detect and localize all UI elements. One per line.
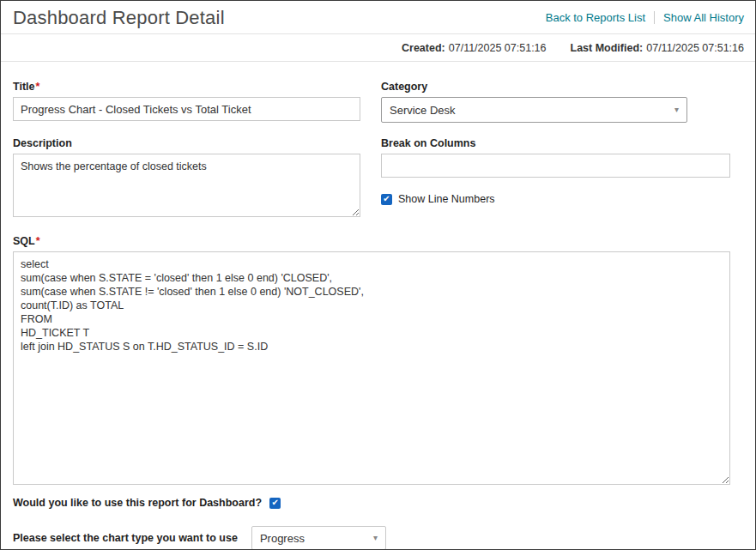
chevron-down-icon: ▾	[674, 106, 679, 114]
sql-label: SQL*	[13, 235, 730, 247]
last-modified-meta: Last Modified:07/11/2025 07:51:16	[571, 42, 744, 54]
title-input[interactable]	[13, 97, 360, 121]
show-line-numbers-checkbox[interactable]: ✔	[381, 194, 392, 205]
back-to-reports-link[interactable]: Back to Reports List	[546, 11, 645, 24]
created-meta: Created:07/11/2025 07:51:16	[402, 42, 546, 54]
check-icon: ✔	[271, 499, 278, 507]
last-modified-label: Last Modified:	[571, 42, 644, 54]
break-on-columns-input[interactable]	[381, 154, 730, 178]
chart-type-select[interactable]: Progress ▾	[251, 526, 386, 550]
category-selected-value: Service Desk	[390, 104, 456, 117]
dashboard-question-label: Would you like to use this report for Da…	[13, 497, 262, 509]
report-form: Title* Category Service Desk ▾ Descripti…	[1, 62, 755, 550]
sql-block: SQL* select sum(case when S.STATE = 'clo…	[13, 235, 730, 488]
show-line-numbers-label: Show Line Numbers	[398, 193, 495, 205]
chart-type-row: Please select the chart type you want to…	[13, 526, 730, 550]
category-label: Category	[381, 81, 730, 93]
chart-type-label: Please select the chart type you want to…	[13, 532, 238, 544]
row-description-break: Description Shows the percentage of clos…	[13, 137, 730, 221]
last-modified-value: 07/11/2025 07:51:16	[646, 42, 744, 54]
header-links: Back to Reports List Show All History	[546, 7, 744, 24]
link-divider	[654, 11, 655, 24]
created-value: 07/11/2025 07:51:16	[449, 42, 547, 54]
row-title-category: Title* Category Service Desk ▾	[13, 81, 730, 123]
description-textarea[interactable]: Shows the percentage of closed tickets	[13, 154, 360, 217]
sql-required-asterisk: *	[36, 235, 40, 247]
show-all-history-link[interactable]: Show All History	[663, 11, 744, 24]
sql-textarea[interactable]: select sum(case when S.STATE = 'closed' …	[13, 251, 730, 485]
sql-label-text: SQL	[13, 235, 35, 247]
created-label: Created:	[402, 42, 445, 54]
show-line-numbers-row: ✔ Show Line Numbers	[381, 193, 730, 205]
check-icon: ✔	[383, 195, 390, 203]
dashboard-report-detail-page: Dashboard Report Detail Back to Reports …	[0, 0, 756, 550]
title-label-text: Title	[13, 81, 34, 93]
record-meta: Created:07/11/2025 07:51:16 Last Modifie…	[1, 34, 755, 61]
break-on-columns-label: Break on Columns	[381, 137, 730, 149]
category-select[interactable]: Service Desk ▾	[381, 97, 687, 123]
title-required-asterisk: *	[35, 81, 39, 93]
page-header: Dashboard Report Detail Back to Reports …	[1, 1, 755, 33]
chart-type-selected-value: Progress	[260, 532, 305, 545]
chevron-down-icon: ▾	[373, 534, 378, 542]
title-label: Title*	[13, 81, 360, 93]
page-title: Dashboard Report Detail	[13, 7, 225, 29]
description-label: Description	[13, 137, 360, 149]
dashboard-question-row: Would you like to use this report for Da…	[13, 497, 730, 509]
dashboard-checkbox[interactable]: ✔	[269, 498, 281, 509]
